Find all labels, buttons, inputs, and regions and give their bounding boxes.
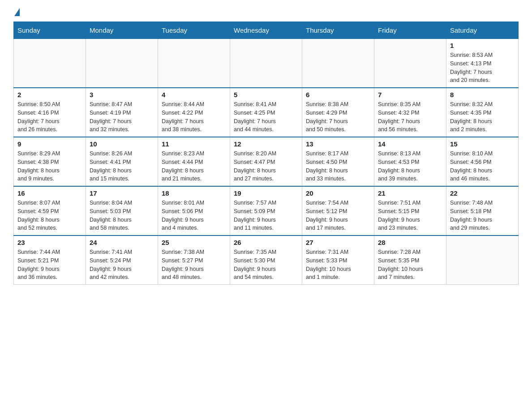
day-info: Sunrise: 8:35 AM Sunset: 4:32 PM Dayligh… xyxy=(378,100,442,134)
day-info: Sunrise: 8:17 AM Sunset: 4:50 PM Dayligh… xyxy=(306,150,370,183)
day-number: 21 xyxy=(378,189,442,197)
day-number: 15 xyxy=(450,140,515,148)
day-info: Sunrise: 7:51 AM Sunset: 5:15 PM Dayligh… xyxy=(378,199,442,232)
page-header xyxy=(13,9,519,17)
day-info: Sunrise: 7:48 AM Sunset: 5:18 PM Dayligh… xyxy=(450,199,515,232)
day-number: 5 xyxy=(234,91,298,98)
day-number: 9 xyxy=(17,140,82,148)
calendar-cell: 15Sunrise: 8:10 AM Sunset: 4:56 PM Dayli… xyxy=(446,137,519,186)
calendar-week-row: 9Sunrise: 8:29 AM Sunset: 4:38 PM Daylig… xyxy=(14,137,519,186)
calendar-cell xyxy=(86,39,158,88)
day-number: 24 xyxy=(90,239,154,246)
day-number: 1 xyxy=(450,42,515,49)
calendar-cell: 22Sunrise: 7:48 AM Sunset: 5:18 PM Dayli… xyxy=(446,186,519,235)
day-number: 6 xyxy=(306,91,370,98)
day-number: 26 xyxy=(234,239,298,246)
weekday-header-tuesday: Tuesday xyxy=(158,22,230,39)
calendar-cell xyxy=(230,39,302,88)
day-info: Sunrise: 7:28 AM Sunset: 5:35 PM Dayligh… xyxy=(378,248,442,282)
day-info: Sunrise: 8:01 AM Sunset: 5:06 PM Dayligh… xyxy=(162,199,226,232)
day-number: 7 xyxy=(378,91,442,98)
day-info: Sunrise: 8:50 AM Sunset: 4:16 PM Dayligh… xyxy=(17,100,82,134)
weekday-header-wednesday: Wednesday xyxy=(230,22,302,39)
calendar-cell: 7Sunrise: 8:35 AM Sunset: 4:32 PM Daylig… xyxy=(374,88,446,137)
calendar-cell: 16Sunrise: 8:07 AM Sunset: 4:59 PM Dayli… xyxy=(14,186,86,235)
day-info: Sunrise: 8:04 AM Sunset: 5:03 PM Dayligh… xyxy=(90,199,154,232)
weekday-header-monday: Monday xyxy=(86,22,158,39)
day-info: Sunrise: 8:26 AM Sunset: 4:41 PM Dayligh… xyxy=(90,150,154,183)
day-info: Sunrise: 7:41 AM Sunset: 5:24 PM Dayligh… xyxy=(90,248,154,282)
logo xyxy=(13,9,20,17)
day-info: Sunrise: 7:54 AM Sunset: 5:12 PM Dayligh… xyxy=(306,199,370,232)
calendar-cell: 23Sunrise: 7:44 AM Sunset: 5:21 PM Dayli… xyxy=(14,235,86,285)
calendar-cell: 12Sunrise: 8:20 AM Sunset: 4:47 PM Dayli… xyxy=(230,137,302,186)
day-info: Sunrise: 8:32 AM Sunset: 4:35 PM Dayligh… xyxy=(450,100,515,134)
day-number: 10 xyxy=(90,140,154,148)
calendar-cell: 13Sunrise: 8:17 AM Sunset: 4:50 PM Dayli… xyxy=(302,137,374,186)
calendar-week-row: 16Sunrise: 8:07 AM Sunset: 4:59 PM Dayli… xyxy=(14,186,519,235)
calendar-table: SundayMondayTuesdayWednesdayThursdayFrid… xyxy=(13,21,519,285)
day-number: 28 xyxy=(378,239,442,246)
calendar-cell xyxy=(158,39,230,88)
day-number: 2 xyxy=(17,91,82,98)
weekday-header-saturday: Saturday xyxy=(446,22,519,39)
day-number: 14 xyxy=(378,140,442,148)
calendar-cell: 1Sunrise: 8:53 AM Sunset: 4:13 PM Daylig… xyxy=(446,39,519,88)
day-info: Sunrise: 7:44 AM Sunset: 5:21 PM Dayligh… xyxy=(17,248,82,282)
calendar-cell xyxy=(374,39,446,88)
day-number: 20 xyxy=(306,189,370,197)
day-number: 17 xyxy=(90,189,154,197)
day-info: Sunrise: 8:13 AM Sunset: 4:53 PM Dayligh… xyxy=(378,150,442,183)
day-number: 22 xyxy=(450,189,515,197)
calendar-cell: 26Sunrise: 7:35 AM Sunset: 5:30 PM Dayli… xyxy=(230,235,302,285)
calendar-cell: 10Sunrise: 8:26 AM Sunset: 4:41 PM Dayli… xyxy=(86,137,158,186)
weekday-header-row: SundayMondayTuesdayWednesdayThursdayFrid… xyxy=(14,22,519,39)
day-info: Sunrise: 8:10 AM Sunset: 4:56 PM Dayligh… xyxy=(450,150,515,183)
calendar-cell: 6Sunrise: 8:38 AM Sunset: 4:29 PM Daylig… xyxy=(302,88,374,137)
calendar-cell: 28Sunrise: 7:28 AM Sunset: 5:35 PM Dayli… xyxy=(374,235,446,285)
weekday-header-thursday: Thursday xyxy=(302,22,374,39)
day-info: Sunrise: 8:23 AM Sunset: 4:44 PM Dayligh… xyxy=(162,150,226,183)
logo-triangle-icon xyxy=(14,8,20,16)
day-number: 8 xyxy=(450,91,515,98)
calendar-cell: 2Sunrise: 8:50 AM Sunset: 4:16 PM Daylig… xyxy=(14,88,86,137)
day-info: Sunrise: 7:38 AM Sunset: 5:27 PM Dayligh… xyxy=(162,248,226,282)
calendar-cell xyxy=(302,39,374,88)
calendar-cell: 25Sunrise: 7:38 AM Sunset: 5:27 PM Dayli… xyxy=(158,235,230,285)
day-number: 23 xyxy=(17,239,82,246)
day-number: 18 xyxy=(162,189,226,197)
calendar-cell: 20Sunrise: 7:54 AM Sunset: 5:12 PM Dayli… xyxy=(302,186,374,235)
day-info: Sunrise: 8:20 AM Sunset: 4:47 PM Dayligh… xyxy=(234,150,298,183)
calendar-cell: 9Sunrise: 8:29 AM Sunset: 4:38 PM Daylig… xyxy=(14,137,86,186)
day-number: 3 xyxy=(90,91,154,98)
day-number: 13 xyxy=(306,140,370,148)
day-info: Sunrise: 8:47 AM Sunset: 4:19 PM Dayligh… xyxy=(90,100,154,134)
day-number: 4 xyxy=(162,91,226,98)
calendar-cell xyxy=(446,235,519,285)
calendar-cell: 24Sunrise: 7:41 AM Sunset: 5:24 PM Dayli… xyxy=(86,235,158,285)
day-info: Sunrise: 7:31 AM Sunset: 5:33 PM Dayligh… xyxy=(306,248,370,282)
day-number: 11 xyxy=(162,140,226,148)
day-number: 16 xyxy=(17,189,82,197)
calendar-cell: 17Sunrise: 8:04 AM Sunset: 5:03 PM Dayli… xyxy=(86,186,158,235)
day-info: Sunrise: 8:53 AM Sunset: 4:13 PM Dayligh… xyxy=(450,51,515,85)
calendar-cell: 8Sunrise: 8:32 AM Sunset: 4:35 PM Daylig… xyxy=(446,88,519,137)
day-number: 12 xyxy=(234,140,298,148)
calendar-cell: 19Sunrise: 7:57 AM Sunset: 5:09 PM Dayli… xyxy=(230,186,302,235)
day-number: 19 xyxy=(234,189,298,197)
calendar-cell: 21Sunrise: 7:51 AM Sunset: 5:15 PM Dayli… xyxy=(374,186,446,235)
weekday-header-sunday: Sunday xyxy=(14,22,86,39)
day-info: Sunrise: 8:41 AM Sunset: 4:25 PM Dayligh… xyxy=(234,100,298,134)
calendar-cell: 14Sunrise: 8:13 AM Sunset: 4:53 PM Dayli… xyxy=(374,137,446,186)
day-info: Sunrise: 7:57 AM Sunset: 5:09 PM Dayligh… xyxy=(234,199,298,232)
day-info: Sunrise: 7:35 AM Sunset: 5:30 PM Dayligh… xyxy=(234,248,298,282)
day-number: 25 xyxy=(162,239,226,246)
day-info: Sunrise: 8:29 AM Sunset: 4:38 PM Dayligh… xyxy=(17,150,82,183)
calendar-cell: 27Sunrise: 7:31 AM Sunset: 5:33 PM Dayli… xyxy=(302,235,374,285)
calendar-cell: 3Sunrise: 8:47 AM Sunset: 4:19 PM Daylig… xyxy=(86,88,158,137)
weekday-header-friday: Friday xyxy=(374,22,446,39)
calendar-week-row: 1Sunrise: 8:53 AM Sunset: 4:13 PM Daylig… xyxy=(14,39,519,88)
calendar-cell: 5Sunrise: 8:41 AM Sunset: 4:25 PM Daylig… xyxy=(230,88,302,137)
calendar-cell: 11Sunrise: 8:23 AM Sunset: 4:44 PM Dayli… xyxy=(158,137,230,186)
day-number: 27 xyxy=(306,239,370,246)
